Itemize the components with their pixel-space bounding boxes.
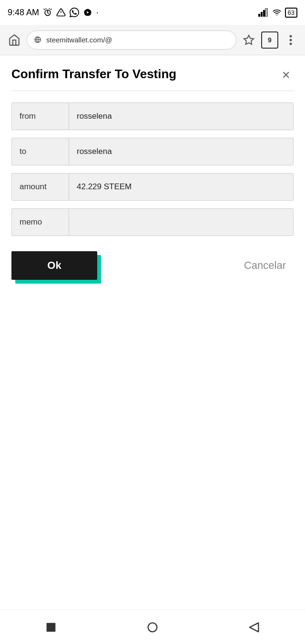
button-row: Ok Cancelar xyxy=(11,251,294,280)
whatsapp-icon xyxy=(70,8,79,17)
svg-point-11 xyxy=(290,39,292,41)
status-right: 63 xyxy=(258,8,297,18)
svg-rect-6 xyxy=(265,8,267,17)
url-text: steemitwallet.com/@ xyxy=(46,36,112,44)
home-button[interactable] xyxy=(6,31,23,49)
status-left: 9:48 AM · xyxy=(8,8,99,18)
svg-point-12 xyxy=(290,42,292,45)
nav-back-button[interactable] xyxy=(242,615,266,639)
nav-stop-button[interactable] xyxy=(39,615,63,639)
url-bar[interactable]: steemitwallet.com/@ xyxy=(27,31,236,50)
from-row: from rosselena xyxy=(11,102,294,130)
youtube-icon xyxy=(83,8,92,17)
memo-row: memo xyxy=(11,208,294,236)
to-row: to rosselena xyxy=(11,138,294,165)
svg-marker-9 xyxy=(244,35,254,44)
signal-icon xyxy=(258,8,269,17)
svg-rect-4 xyxy=(261,12,263,17)
alarm-icon xyxy=(43,8,52,17)
wifi-icon xyxy=(272,8,282,17)
empty-space xyxy=(11,280,294,518)
from-value: rosselena xyxy=(69,103,293,130)
dialog: Confirm Transfer To Vesting ✕ from rosse… xyxy=(11,67,294,280)
nav-home-button[interactable] xyxy=(141,615,164,639)
dot-indicator: · xyxy=(96,8,99,18)
battery-indicator: 63 xyxy=(285,8,297,18)
warning-icon xyxy=(56,8,66,17)
amount-label: amount xyxy=(12,174,69,200)
svg-rect-5 xyxy=(263,10,265,17)
to-value: rosselena xyxy=(69,138,293,165)
bookmark-button[interactable] xyxy=(240,31,257,49)
status-time: 9:48 AM xyxy=(8,8,39,18)
tabs-button[interactable]: 9 xyxy=(261,31,278,49)
status-bar: 9:48 AM · xyxy=(0,0,305,25)
cancel-button[interactable]: Cancelar xyxy=(236,256,294,276)
memo-label: memo xyxy=(12,209,69,235)
memo-value xyxy=(69,209,293,235)
ok-button[interactable]: Ok xyxy=(11,251,97,280)
svg-rect-3 xyxy=(258,14,260,17)
menu-button[interactable] xyxy=(282,31,299,49)
ok-button-wrapper: Ok xyxy=(11,251,97,280)
from-label: from xyxy=(12,103,69,130)
dialog-title: Confirm Transfer To Vesting xyxy=(11,67,176,82)
svg-point-14 xyxy=(148,623,157,632)
svg-marker-15 xyxy=(250,623,259,632)
close-button[interactable]: ✕ xyxy=(278,68,294,83)
amount-value: 42.229 STEEM xyxy=(69,174,293,200)
browser-bar: steemitwallet.com/@ 9 xyxy=(0,25,305,55)
dialog-header: Confirm Transfer To Vesting ✕ xyxy=(11,67,294,83)
divider xyxy=(11,91,294,91)
bottom-nav xyxy=(0,610,305,644)
svg-rect-13 xyxy=(46,623,55,632)
svg-point-10 xyxy=(290,35,292,37)
amount-row: amount 42.229 STEEM xyxy=(11,173,294,201)
url-icon xyxy=(34,36,42,44)
to-label: to xyxy=(12,138,69,165)
page-content: Confirm Transfer To Vesting ✕ from rosse… xyxy=(0,55,305,530)
